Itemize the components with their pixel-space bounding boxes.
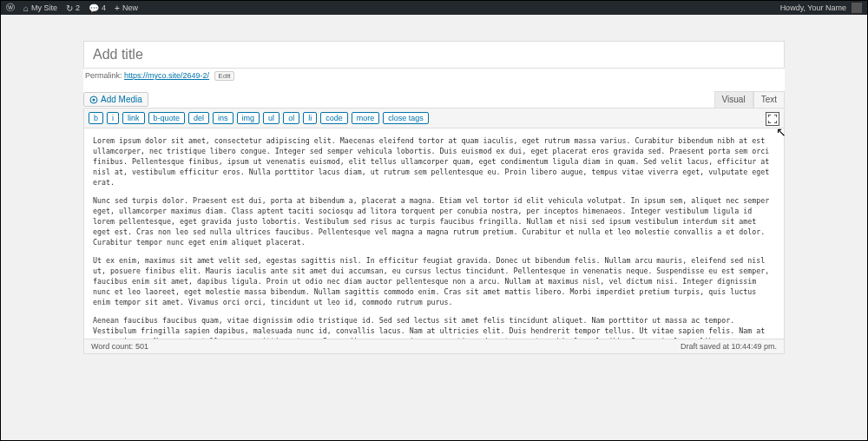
cursor-icon: ↖ — [776, 125, 786, 139]
edit-slug-button[interactable]: Edit — [214, 71, 235, 81]
permalink-url[interactable]: https://myco.site/2649-2/ — [124, 71, 209, 80]
word-count: Word count: 501 — [91, 342, 148, 351]
qt-b-quote[interactable]: b-quote — [148, 112, 186, 124]
wp-logo[interactable]: ⓦ — [6, 2, 15, 14]
permalink-label: Permalink: — [85, 71, 122, 80]
fullscreen-button[interactable] — [766, 112, 779, 126]
new-label: New — [122, 3, 138, 12]
editor-textarea[interactable]: Lorem ipsum dolor sit amet, consectetur … — [83, 128, 785, 339]
paragraph: Ut ex enim, maximus sit amet velit sed, … — [93, 255, 775, 307]
paragraph: Nunc sed turpis dolor. Praesent est dui,… — [93, 195, 775, 247]
qt-i[interactable]: i — [107, 112, 119, 124]
editor-wrap: Permalink: https://myco.site/2649-2/ Edi… — [1, 15, 867, 440]
fullscreen-icon — [768, 115, 777, 123]
site-link[interactable]: ⌂My Site — [23, 3, 57, 13]
new-link[interactable]: +New — [115, 3, 138, 13]
tab-visual[interactable]: Visual — [714, 91, 753, 108]
qt-b[interactable]: b — [89, 112, 103, 124]
qt-del[interactable]: del — [188, 112, 209, 124]
qt-link[interactable]: link — [122, 112, 145, 124]
howdy-link[interactable]: Howdy, Your Name — [780, 3, 846, 12]
paragraph: Lorem ipsum dolor sit amet, consectetur … — [93, 135, 775, 188]
admin-bar: ⓦ ⌂My Site ↻2 💬4 +New Howdy, Your Name — [1, 1, 867, 15]
comments-count: 4 — [102, 3, 106, 12]
quicktags-toolbar: b i link b-quote del ins img ul ol li co… — [83, 108, 785, 128]
qt-ol[interactable]: ol — [283, 112, 299, 124]
title-input[interactable] — [83, 41, 785, 69]
updates-link[interactable]: ↻2 — [66, 3, 80, 13]
qt-more[interactable]: more — [352, 112, 380, 124]
qt-close-tags[interactable]: close tags — [383, 112, 429, 124]
site-name: My Site — [31, 3, 57, 12]
status-bar: Word count: 501 Draft saved at 10:44:49 … — [83, 339, 785, 354]
draft-saved: Draft saved at 10:44:49 pm. — [681, 342, 777, 351]
editor-tabs: Visual Text — [714, 91, 785, 108]
add-media-button[interactable]: Add Media — [83, 92, 148, 107]
qt-li[interactable]: li — [303, 112, 317, 124]
qt-ul[interactable]: ul — [263, 112, 279, 124]
qt-img[interactable]: img — [237, 112, 260, 124]
qt-ins[interactable]: ins — [213, 112, 233, 124]
add-media-label: Add Media — [101, 95, 142, 104]
updates-count: 2 — [76, 3, 80, 12]
comments-link[interactable]: 💬4 — [89, 3, 106, 13]
paragraph: Aenean faucibus faucibus quam, vitae dig… — [93, 315, 775, 339]
howdy-text: Howdy, Your Name — [780, 3, 846, 12]
permalink-row: Permalink: https://myco.site/2649-2/ Edi… — [83, 69, 785, 86]
svg-point-1 — [93, 98, 95, 101]
camera-icon — [89, 95, 98, 104]
avatar[interactable] — [852, 3, 862, 13]
qt-code[interactable]: code — [320, 112, 348, 124]
tab-text[interactable]: Text — [753, 91, 785, 108]
